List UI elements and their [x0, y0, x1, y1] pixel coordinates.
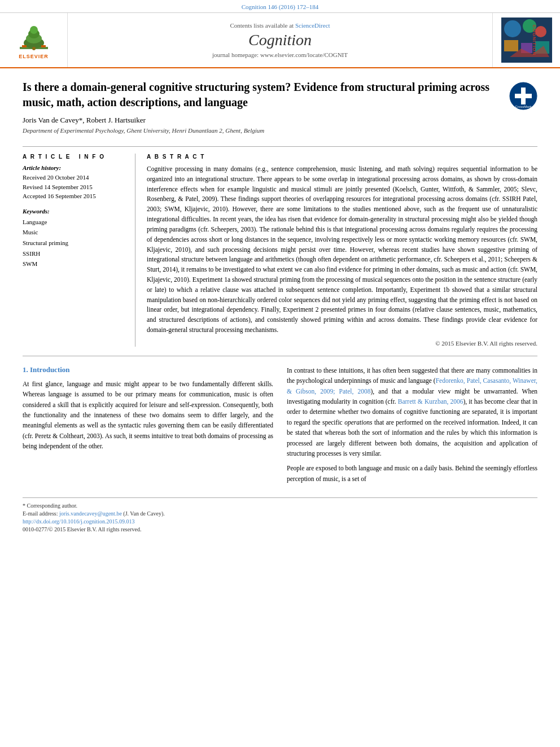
doi-link[interactable]: http://dx.doi.org/10.1016/j.cognition.20… — [23, 518, 134, 525]
article-history: Article history: Received 20 October 201… — [23, 164, 126, 201]
section1-title: 1. Introduction — [23, 365, 273, 374]
received-date: Received 20 October 2014 — [23, 173, 126, 182]
authors: Joris Van de Cavey*, Robert J. Hartsuike… — [23, 116, 498, 125]
page-footer: * Corresponding author. E-mail address: … — [23, 497, 537, 532]
svg-rect-8 — [41, 45, 46, 47]
elsevier-logo-section: ELSEVIER — [0, 13, 68, 67]
keyword-language: Language — [23, 217, 126, 228]
body-para-right-1: In contrast to these intuitions, it has … — [287, 365, 537, 459]
journal-name: Cognition — [248, 31, 312, 49]
body-para-right-2: People are exposed to both language and … — [287, 463, 537, 484]
abstract-heading: A B S T R A C T — [147, 154, 537, 160]
abstract-column: A B S T R A C T Cognitive processing in … — [147, 154, 537, 347]
article-info-heading: A R T I C L E I N F O — [23, 154, 126, 160]
journal-header-center: Contents lists available at ScienceDirec… — [68, 13, 492, 67]
keyword-structural-priming: Structural priming — [23, 238, 126, 248]
abstract-text: Cognitive processing in many domains (e.… — [147, 164, 537, 335]
cover-svg — [501, 18, 552, 63]
corresponding-author-note: * Corresponding author. — [23, 503, 537, 509]
keywords-title: Keywords: — [23, 208, 126, 215]
science-direct-link: Contents lists available at ScienceDirec… — [230, 22, 330, 29]
footer-copyright: 0010-0277/© 2015 Elsevier B.V. All right… — [23, 526, 537, 532]
body-content: 1. Introduction At first glance, languag… — [23, 365, 537, 488]
ref-barrett[interactable]: Barrett & Kurzban, 2006 — [398, 398, 463, 405]
keyword-ssirh: SSIRH — [23, 248, 126, 259]
journal-homepage: journal homepage: www.elsevier.com/locat… — [212, 51, 348, 58]
content-divider — [23, 356, 537, 356]
authors-text: Joris Van de Cavey*, Robert J. Hartsuike… — [23, 116, 146, 124]
journal-ref-text: Cognition 146 (2016) 172–184 — [242, 3, 319, 10]
keywords-section: Keywords: Language Music Structural prim… — [23, 208, 126, 269]
email-note: E-mail address: joris.vandecavey@ugent.b… — [23, 510, 537, 517]
doi-note: http://dx.doi.org/10.1016/j.cognition.20… — [23, 518, 537, 525]
body-right-column: In contrast to these intuitions, it has … — [287, 365, 537, 488]
svg-point-5 — [30, 26, 38, 34]
body-para-1: At first glance, language and music migh… — [23, 379, 273, 452]
article-info-column: A R T I C L E I N F O Article history: R… — [23, 154, 135, 347]
accepted-date: Accepted 16 September 2015 — [23, 191, 126, 201]
svg-rect-7 — [22, 45, 27, 47]
elsevier-text: ELSEVIER — [19, 54, 49, 59]
keyword-swm: SWM — [23, 259, 126, 269]
svg-rect-19 — [515, 94, 532, 98]
svg-point-10 — [504, 20, 521, 37]
main-content: Is there a domain-general cognitive stru… — [0, 68, 560, 544]
svg-text:CrossMark: CrossMark — [515, 105, 532, 108]
article-title-text-block: Is there a domain-general cognitive stru… — [23, 80, 498, 139]
abstract-copyright: © 2015 Elsevier B.V. All rights reserved… — [147, 340, 537, 347]
revised-date: Revised 14 September 2015 — [23, 182, 126, 192]
svg-rect-13 — [504, 40, 518, 51]
crossmark-badge[interactable]: CrossMark — [509, 82, 537, 110]
ref-fedorenko[interactable]: Fedorenko, Patel, Casasanto, Winawer, & … — [287, 377, 537, 394]
science-direct-anchor[interactable]: ScienceDirect — [295, 22, 330, 29]
history-title: Article history: — [23, 164, 126, 171]
svg-point-6 — [32, 47, 36, 50]
journal-reference-bar: Cognition 146 (2016) 172–184 — [0, 0, 560, 13]
crossmark-icon: CrossMark — [509, 82, 537, 110]
keyword-music: Music — [23, 227, 126, 238]
article-info-abstract: A R T I C L E I N F O Article history: R… — [23, 146, 537, 347]
keywords-list: Language Music Structural priming SSIRH … — [23, 217, 126, 269]
affiliation: Department of Experimental Psychology, G… — [23, 127, 498, 134]
article-title: Is there a domain-general cognitive stru… — [23, 80, 498, 110]
article-title-section: Is there a domain-general cognitive stru… — [23, 80, 537, 139]
cognition-cover-text: COGNITION — [532, 25, 537, 55]
journal-header: ELSEVIER Contents lists available at Sci… — [0, 13, 560, 68]
body-left-column: 1. Introduction At first glance, languag… — [23, 365, 273, 488]
elsevier-logo: ELSEVIER — [14, 21, 54, 59]
elsevier-tree-icon — [14, 21, 54, 53]
journal-cover-image: COGNITION — [501, 18, 552, 63]
author-email-link[interactable]: joris.vandecavey@ugent.be — [59, 510, 122, 517]
journal-cover-section: COGNITION — [492, 13, 560, 67]
